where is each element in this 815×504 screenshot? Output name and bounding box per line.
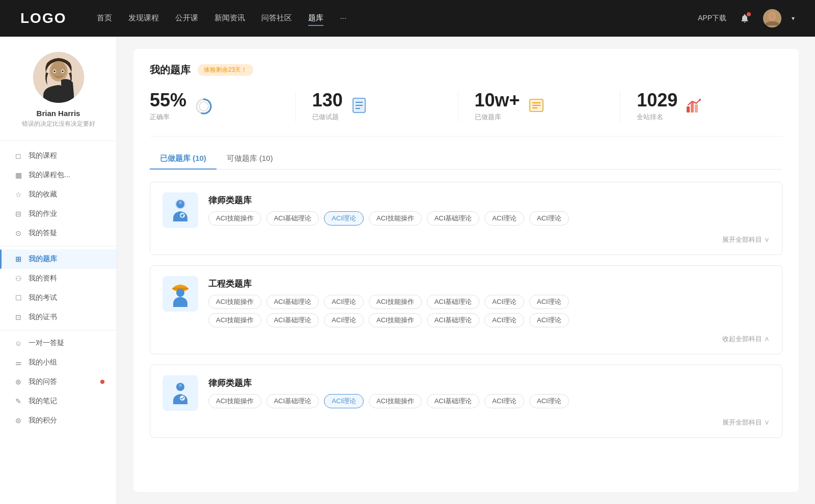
bank-section-2-tags-row2: ACI技能操作 ACI基础理论 ACI理论 ACI技能操作 ACI基础理论 AC…	[208, 313, 770, 327]
bank-tag-0-3[interactable]: ACI技能操作	[369, 211, 422, 226]
stat-ranking: 1029 全站排名	[620, 91, 782, 122]
exam-icon: ☐	[14, 294, 22, 302]
tab-done-banks[interactable]: 已做题库 (10)	[150, 149, 216, 170]
svg-point-9	[62, 70, 64, 72]
notification-bell[interactable]	[737, 10, 753, 26]
bank-tag-1-13[interactable]: ACI理论	[529, 313, 569, 327]
app-download[interactable]: APP下载	[698, 14, 726, 23]
sidebar-item-question-bank[interactable]: ⊞ 我的题库	[0, 249, 117, 269]
stat-accuracy-text: 55% 正确率	[150, 91, 186, 122]
stat-accuracy-value: 55%	[150, 91, 186, 109]
bank-section-2-title: 工程类题库	[208, 276, 770, 290]
bank-section-1-content: 律师类题库 ACI技能操作 ACI基础理论 ACI理论 ACI技能操作 ACI基…	[208, 192, 770, 226]
bank-tag-1-2[interactable]: ACI理论	[324, 295, 364, 309]
bank-tag-1-9[interactable]: ACI理论	[324, 313, 364, 327]
bank-section-2: 工程类题库 ACI技能操作 ACI基础理论 ACI理论 ACI技能操作 ACI基…	[150, 265, 782, 354]
star-icon: ☆	[14, 190, 22, 199]
bank-tag-0-5[interactable]: ACI理论	[484, 211, 524, 226]
bank-tag-1-11[interactable]: ACI基础理论	[427, 313, 480, 327]
bank-section-2-header: 工程类题库 ACI技能操作 ACI基础理论 ACI理论 ACI技能操作 ACI基…	[162, 276, 770, 327]
stat-ranking-text: 1029 全站排名	[637, 91, 677, 122]
done-questions-icon	[351, 97, 369, 116]
profile-image	[33, 52, 84, 103]
stat-done-banks-label: 已做题库	[475, 113, 520, 122]
bank-tag-0-0[interactable]: ACI技能操作	[208, 211, 261, 226]
stat-accuracy-label: 正确率	[150, 113, 186, 122]
page-header: 我的题库 体验剩余23天！	[150, 63, 782, 77]
bank-tag-1-7[interactable]: ACI技能操作	[208, 313, 261, 327]
bank-tag-0-1[interactable]: ACI基础理论	[266, 211, 319, 226]
bank-section-2-tags-row1: ACI技能操作 ACI基础理论 ACI理论 ACI技能操作 ACI基础理论 AC…	[208, 295, 770, 309]
bank-tag-2-0[interactable]: ACI技能操作	[208, 394, 261, 408]
bank-tag-2-5[interactable]: ACI理论	[484, 394, 524, 408]
trial-badge: 体验剩余23天！	[198, 64, 253, 76]
stats-row: 55% 正确率 130 已做试题	[150, 91, 782, 136]
sidebar-item-homework[interactable]: ⊟ 我的作业	[0, 204, 117, 223]
group-icon: ⚌	[14, 358, 22, 367]
sidebar-item-qa[interactable]: ⊙ 我的答疑	[0, 223, 117, 243]
sidebar-item-certificate-label: 我的证书	[29, 313, 57, 322]
bank-tag-2-4[interactable]: ACI基础理论	[427, 394, 480, 408]
avatar-image	[763, 9, 781, 27]
user-avatar[interactable]	[763, 9, 781, 27]
svg-point-5	[51, 62, 66, 79]
sidebar-item-profile[interactable]: ⚇ 我的资料	[0, 269, 117, 288]
bank-tag-1-12[interactable]: ACI理论	[484, 313, 524, 327]
bank-section-3-expand[interactable]: 展开全部科目 ∨	[722, 418, 770, 427]
bank-tag-1-3[interactable]: ACI技能操作	[369, 295, 422, 309]
bank-tag-1-5[interactable]: ACI理论	[484, 295, 524, 309]
bank-tag-2-6[interactable]: ACI理论	[529, 394, 569, 408]
stat-ranking-value: 1029	[637, 91, 677, 109]
sidebar-item-points[interactable]: ⊜ 我的积分	[0, 411, 117, 430]
sidebar-item-favorites[interactable]: ☆ 我的收藏	[0, 185, 117, 204]
bank-tag-2-3[interactable]: ACI技能操作	[369, 394, 422, 408]
svg-point-29	[179, 201, 182, 204]
sidebar-item-my-qa[interactable]: ⊛ 我的问答	[0, 372, 117, 391]
sidebar-item-notes[interactable]: ✎ 我的笔记	[0, 391, 117, 411]
bank-tag-1-1[interactable]: ACI基础理论	[266, 295, 319, 309]
sidebar-item-homework-label: 我的作业	[29, 209, 57, 218]
sidebar-item-exam[interactable]: ☐ 我的考试	[0, 288, 117, 307]
tab-available-banks[interactable]: 可做题库 (10)	[216, 149, 283, 170]
stat-done-banks-value: 10w+	[475, 91, 520, 109]
svg-point-8	[53, 70, 56, 72]
svg-rect-24	[691, 102, 694, 113]
nav-news[interactable]: 新闻资讯	[214, 11, 245, 26]
notification-dot	[747, 12, 751, 16]
nav-open-course[interactable]: 公开课	[175, 11, 198, 26]
bank-tag-1-0[interactable]: ACI技能操作	[208, 295, 261, 309]
bank-tag-2-1[interactable]: ACI基础理论	[266, 394, 319, 408]
bank-section-3-title: 律师类题库	[208, 375, 770, 389]
bank-tag-1-10[interactable]: ACI技能操作	[369, 313, 422, 327]
stat-ranking-label: 全站排名	[637, 113, 677, 122]
bank-tag-1-4[interactable]: ACI基础理论	[427, 295, 480, 309]
bank-tag-0-6[interactable]: ACI理论	[529, 211, 569, 226]
stat-done-questions-text: 130 已做试题	[312, 91, 343, 122]
sidebar-item-group-label: 我的小组	[29, 358, 57, 367]
bank-section-1-expand[interactable]: 展开全部科目 ∨	[722, 235, 770, 244]
stat-accuracy: 55% 正确率	[150, 91, 296, 122]
bank-tag-1-8[interactable]: ACI基础理论	[266, 313, 319, 327]
nav-home[interactable]: 首页	[97, 11, 112, 26]
sidebar-item-certificate[interactable]: ⊡ 我的证书	[0, 307, 117, 327]
sidebar-item-group[interactable]: ⚌ 我的小组	[0, 353, 117, 372]
qa-notification-dot	[100, 380, 104, 384]
done-banks-icon	[528, 97, 547, 116]
bank-tag-1-6[interactable]: ACI理论	[529, 295, 569, 309]
nav-discover[interactable]: 发现课程	[128, 11, 159, 26]
sidebar-item-question-bank-label: 我的题库	[29, 255, 57, 264]
bank-tag-0-4[interactable]: ACI基础理论	[427, 211, 480, 226]
sidebar-item-course-packages[interactable]: ▦ 我的课程包...	[0, 165, 117, 185]
main-layout: Brian Harris 错误的决定比没有决定要好 ◻ 我的课程 ▦ 我的课程包…	[0, 37, 815, 504]
user-dropdown-arrow[interactable]: ▾	[792, 15, 795, 22]
nav-more[interactable]: ···	[340, 11, 346, 26]
navbar: LOGO 首页 发现课程 公开课 新闻资讯 问答社区 题库 ··· APP下载 …	[0, 0, 815, 37]
nav-question-bank[interactable]: 题库	[308, 11, 323, 26]
nav-qa[interactable]: 问答社区	[261, 11, 292, 26]
bank-tag-0-2[interactable]: ACI理论	[324, 211, 364, 226]
bank-section-1-header: 律师类题库 ACI技能操作 ACI基础理论 ACI理论 ACI技能操作 ACI基…	[162, 192, 770, 228]
sidebar-item-one-on-one[interactable]: ☺ 一对一答疑	[0, 333, 117, 353]
bank-section-2-expand[interactable]: 收起全部科目 ∧	[722, 334, 770, 344]
sidebar-item-courses[interactable]: ◻ 我的课程	[0, 146, 117, 165]
bank-tag-2-2[interactable]: ACI理论	[324, 394, 364, 408]
